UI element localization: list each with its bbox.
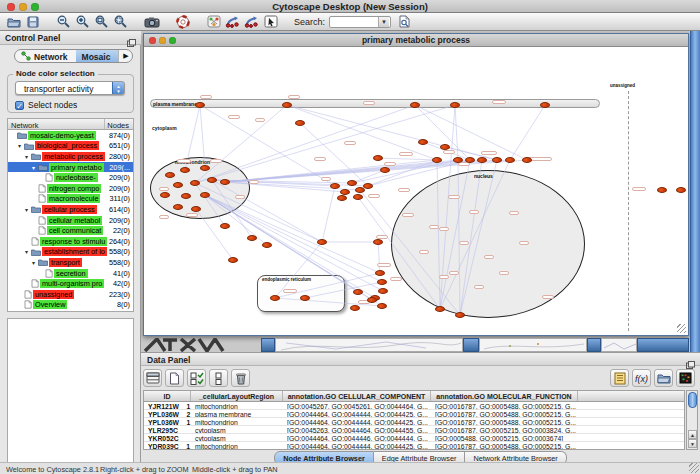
network-node[interactable] <box>181 193 191 199</box>
attribute-list-icon[interactable] <box>610 369 629 387</box>
network-node[interactable] <box>373 155 383 161</box>
network-node[interactable] <box>195 102 205 108</box>
search-input[interactable]: ▼ <box>329 16 391 28</box>
nodes-column-header[interactable]: Nodes <box>107 121 129 130</box>
network-node[interactable] <box>300 295 310 301</box>
network-node[interactable] <box>432 157 442 163</box>
select-nodes-checkbox[interactable]: ✓ <box>15 101 24 110</box>
import-attributes-icon[interactable] <box>654 369 673 387</box>
annotation-icon-2[interactable] <box>243 14 260 29</box>
network-tree-row[interactable]: unassigned223(0) <box>8 289 133 300</box>
network-node[interactable] <box>676 187 686 193</box>
network-node[interactable] <box>378 288 388 294</box>
snapshot-icon[interactable] <box>143 14 160 29</box>
network-node[interactable] <box>160 192 170 198</box>
network-node[interactable] <box>207 177 217 183</box>
network-node[interactable] <box>477 157 487 163</box>
background-window-preview[interactable] <box>479 338 587 352</box>
network-node[interactable] <box>505 157 515 163</box>
delete-attribute-icon[interactable] <box>231 369 250 387</box>
save-icon[interactable] <box>24 14 41 29</box>
annotation-icon-1[interactable] <box>224 14 241 29</box>
network-tree-row[interactable]: multi-organism pro42(0) <box>8 278 133 289</box>
network-node[interactable] <box>173 182 183 188</box>
network-overview-icon[interactable] <box>205 14 222 29</box>
network-node[interactable] <box>190 180 200 186</box>
network-node[interactable] <box>455 312 465 318</box>
advanced-search-icon[interactable] <box>396 14 413 29</box>
network-node[interactable] <box>410 102 420 108</box>
network-node[interactable] <box>367 297 377 303</box>
unselect-attributes-icon[interactable] <box>209 369 228 387</box>
network-node[interactable] <box>350 305 360 311</box>
network-tree-row[interactable]: nucleobase-209(0) <box>8 172 133 183</box>
table-row[interactable]: YJR121W__1mitochondrion[GO:0045267, GO:0… <box>144 402 684 410</box>
network-node[interactable] <box>380 167 390 173</box>
float-panel-icon[interactable] <box>127 33 136 51</box>
network-tree-row[interactable]: cellular metabol209(0) <box>8 215 133 226</box>
network-node[interactable] <box>347 180 357 186</box>
network-node[interactable] <box>375 270 385 276</box>
network-node[interactable] <box>353 289 363 295</box>
background-titlebar[interactable] <box>587 338 601 352</box>
network-tree-row[interactable]: Overview8(0) <box>8 300 133 311</box>
network-tree-row[interactable]: nitrogen compo209(0) <box>8 183 133 194</box>
table-row[interactable]: YPL036W__2plasma membrane[GO:0044464, GO… <box>144 410 684 418</box>
network-node[interactable] <box>191 206 201 212</box>
network-node[interactable] <box>377 279 387 285</box>
network-node[interactable] <box>330 183 340 189</box>
select-mode-icon[interactable] <box>262 14 279 29</box>
network-tree-row[interactable]: mosaic-demo-yeast874(0) <box>8 130 133 141</box>
tab-overflow-icon[interactable]: ▶ <box>118 50 132 62</box>
network-frame-titlebar[interactable]: primary metabolic process <box>144 34 688 47</box>
help-icon[interactable] <box>174 14 191 29</box>
network-node[interactable] <box>418 139 428 145</box>
network-node[interactable] <box>295 120 305 126</box>
network-node[interactable] <box>337 195 347 201</box>
select-attributes-icon[interactable] <box>187 369 206 387</box>
network-node[interactable] <box>373 239 383 245</box>
network-tree-row[interactable]: response to stimulu264(0) <box>8 236 133 247</box>
network-tree-row[interactable]: ▾transport558(0) <box>8 257 133 268</box>
network-node[interactable] <box>522 157 532 163</box>
network-tree-row[interactable]: ▾establishment of lo558(0) <box>8 247 133 258</box>
network-node[interactable] <box>453 157 463 163</box>
network-node[interactable] <box>657 187 667 193</box>
window-resize-grip[interactable] <box>689 463 699 473</box>
network-node[interactable] <box>465 157 475 163</box>
column-header[interactable]: annotation.GO MOLECULAR_FUNCTION <box>431 391 578 401</box>
network-node[interactable] <box>220 223 230 229</box>
network-tree-row[interactable]: ▾metabolic process280(0) <box>8 151 133 162</box>
zoom-in-icon[interactable] <box>74 14 91 29</box>
new-attribute-icon[interactable] <box>165 369 184 387</box>
background-titlebar[interactable] <box>637 338 689 352</box>
column-header[interactable]: _cellularLayoutRegion <box>191 391 283 401</box>
network-tree-row[interactable]: cell communicat22(0) <box>8 225 133 236</box>
network-node[interactable] <box>435 306 445 312</box>
frame-resize-grip[interactable] <box>677 324 686 333</box>
network-node[interactable] <box>282 102 292 108</box>
background-titlebar[interactable] <box>463 338 479 352</box>
network-column-header[interactable]: Network <box>11 121 39 130</box>
table-row[interactable]: YDR039C__1mitochondrion[GO:0044464, GO:0… <box>144 442 684 450</box>
tab-network[interactable]: Network <box>15 50 76 62</box>
network-node[interactable] <box>173 204 183 210</box>
scrollbar-thumb[interactable] <box>688 392 697 408</box>
open-icon[interactable] <box>5 14 22 29</box>
zoom-out-icon[interactable] <box>55 14 72 29</box>
column-header[interactable]: annotation.GO CELLULAR_COMPONENT <box>283 391 431 401</box>
network-node[interactable] <box>363 183 373 189</box>
network-node[interactable] <box>247 235 257 241</box>
network-tree-row[interactable]: ▾biological_process651(0) <box>8 141 133 152</box>
function-builder-icon[interactable]: f(x) <box>632 369 651 387</box>
network-tree-row[interactable]: ▾cellular process614(0) <box>8 204 133 215</box>
network-node[interactable] <box>200 165 210 171</box>
scroll-up-icon[interactable]: ▲ <box>688 430 697 439</box>
scroll-down-icon[interactable]: ▼ <box>688 439 697 448</box>
network-tree-row[interactable]: ▾primary metabo209(... <box>8 162 133 173</box>
table-row[interactable]: YLR295Ccytoplasm[GO:0045263, GO:0044464,… <box>144 426 684 434</box>
network-node[interactable] <box>270 295 280 301</box>
birds-eye-view[interactable] <box>7 318 134 474</box>
node-color-dropdown[interactable]: transporter activity ▲▼ <box>15 81 125 95</box>
network-node[interactable] <box>450 102 460 108</box>
